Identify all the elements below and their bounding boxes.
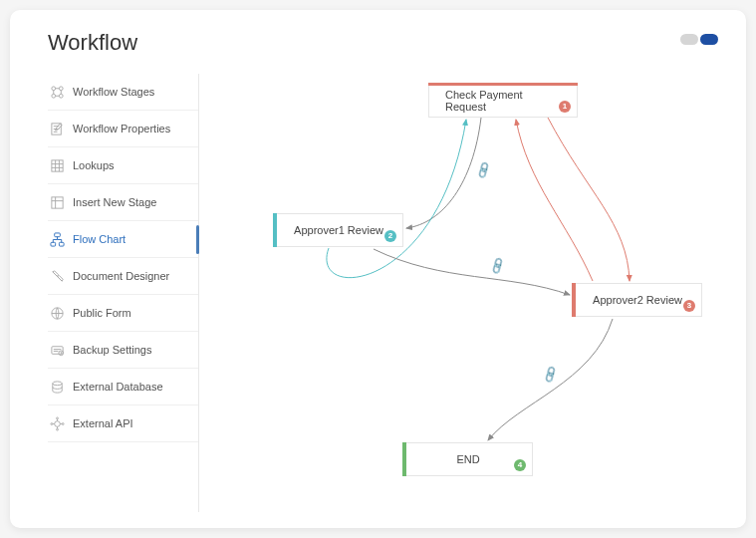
flow-node-approver2-review[interactable]: Approver2 Review 3 (573, 283, 702, 317)
workflow-card: Workflow Workflow Stages Workflow Proper… (10, 10, 746, 528)
sidebar-item-label: Document Designer (73, 270, 169, 282)
svg-rect-6 (52, 196, 63, 207)
flow-node-label: Approver2 Review (593, 294, 682, 306)
sidebar-item-label: Workflow Properties (73, 123, 170, 134)
sidebar-item-label: External Database (73, 381, 163, 393)
svg-point-1 (59, 86, 63, 90)
flow-canvas[interactable]: 🔗 🔗 🔗 🔗 Check Payment Request 1 Approver… (199, 74, 726, 512)
link-icon: 🔗 (474, 160, 494, 180)
sidebar-item-label: Lookups (73, 159, 115, 171)
flow-node-badge: 1 (559, 101, 571, 113)
svg-rect-5 (52, 159, 63, 170)
insert-stage-icon (50, 195, 65, 210)
view-toggle[interactable] (680, 34, 718, 45)
sidebar-item-label: Backup Settings (73, 344, 152, 356)
sidebar-item-workflow-properties[interactable]: Workflow Properties (48, 111, 198, 147)
flow-chart-icon (50, 232, 65, 247)
svg-rect-9 (59, 242, 64, 246)
flow-node-badge: 4 (514, 459, 526, 471)
flow-node-label: END (456, 453, 479, 465)
lookups-icon (50, 158, 65, 173)
svg-point-13 (53, 381, 62, 385)
flow-node-check-payment-request[interactable]: Check Payment Request 1 (428, 84, 578, 118)
toggle-on-pill (700, 34, 718, 45)
toggle-off-pill (680, 34, 698, 45)
workflow-body: Workflow Stages Workflow Properties Look… (48, 74, 726, 512)
flow-node-end[interactable]: END 4 (403, 442, 533, 476)
sidebar-item-flow-chart[interactable]: Flow Chart (48, 221, 198, 258)
api-icon (50, 416, 65, 431)
sidebar-item-workflow-stages[interactable]: Workflow Stages (48, 74, 198, 111)
flow-node-approver1-review[interactable]: Approver1 Review 2 (274, 213, 403, 247)
svg-point-3 (59, 94, 63, 98)
sidebar-item-label: Flow Chart (73, 233, 126, 245)
sidebar-item-insert-new-stage[interactable]: Insert New Stage (48, 184, 198, 221)
svg-point-18 (62, 422, 64, 424)
svg-point-14 (55, 420, 61, 426)
database-icon (50, 380, 65, 395)
properties-icon (50, 122, 65, 136)
sidebar: Workflow Stages Workflow Properties Look… (48, 74, 199, 512)
sidebar-item-public-form[interactable]: Public Form (48, 295, 198, 332)
svg-point-17 (51, 422, 53, 424)
sidebar-item-label: Workflow Stages (73, 86, 154, 98)
sidebar-item-lookups[interactable]: Lookups (48, 147, 198, 184)
svg-point-2 (52, 94, 56, 98)
svg-point-16 (57, 428, 59, 430)
public-form-icon (50, 306, 65, 321)
sidebar-item-label: Public Form (73, 307, 131, 319)
flow-node-badge: 3 (683, 300, 695, 312)
sidebar-item-document-designer[interactable]: Document Designer (48, 258, 198, 295)
sidebar-item-label: Insert New Stage (73, 196, 156, 208)
page-title: Workflow (48, 30, 726, 56)
svg-rect-8 (51, 242, 56, 246)
document-designer-icon (50, 269, 65, 284)
sidebar-item-external-api[interactable]: External API (48, 405, 198, 442)
link-icon: 🔗 (541, 365, 561, 385)
svg-point-15 (57, 416, 59, 418)
svg-point-0 (52, 86, 56, 90)
flow-node-label: Check Payment Request (445, 89, 561, 113)
svg-rect-7 (55, 232, 61, 236)
backup-settings-icon (50, 343, 65, 358)
flow-node-badge: 2 (384, 230, 396, 242)
sidebar-item-external-database[interactable]: External Database (48, 369, 198, 405)
sidebar-item-backup-settings[interactable]: Backup Settings (48, 332, 198, 369)
stages-icon (50, 85, 65, 100)
flow-node-label: Approver1 Review (294, 224, 383, 236)
link-icon: 🔗 (488, 256, 508, 276)
sidebar-item-label: External API (73, 417, 133, 429)
